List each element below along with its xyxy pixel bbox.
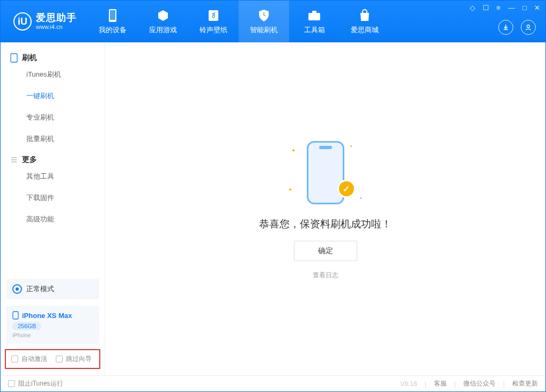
- device-card[interactable]: iPhone XS Max 256GB iPhone: [6, 306, 99, 344]
- device-icon: [10, 53, 18, 63]
- wechat-link[interactable]: 微信公众号: [463, 379, 496, 388]
- mode-icon: [12, 284, 22, 294]
- shield-icon: [257, 9, 271, 23]
- download-button[interactable]: [498, 20, 513, 35]
- checkbox-auto-activate[interactable]: 自动激活: [11, 354, 47, 364]
- main-content: ✦ • ✦ • ✓ 恭喜您，保资料刷机成功啦！ 确定 查看日志: [105, 42, 545, 375]
- toolbox-icon: [307, 9, 321, 23]
- sidebar: 刷机 iTunes刷机 一键刷机 专业刷机 批量刷机 更多 其他工具 下载固件 …: [1, 42, 105, 375]
- nav-store[interactable]: 爱思商城: [340, 1, 390, 42]
- device-name-label: iPhone XS Max: [22, 312, 72, 320]
- success-message: 恭喜您，保资料刷机成功啦！: [259, 217, 392, 231]
- sidebar-item-other-tools[interactable]: 其他工具: [1, 166, 105, 187]
- sparkle-icon: •: [350, 143, 352, 149]
- sparkle-icon: ✦: [288, 187, 292, 193]
- sidebar-item-pro-flash[interactable]: 专业刷机: [1, 107, 105, 128]
- sidebar-item-download-fw[interactable]: 下载固件: [1, 187, 105, 209]
- sidebar-group-flash: 刷机: [1, 48, 105, 64]
- sidebar-group-title: 更多: [22, 155, 37, 165]
- version-label: V8.16: [400, 380, 417, 388]
- nav-label: 智能刷机: [250, 25, 278, 35]
- window-controls: ◇ ☐ ≡ — □ ✕: [470, 4, 540, 12]
- device-storage: 256GB: [12, 322, 41, 330]
- sidebar-item-advanced[interactable]: 高级功能: [1, 209, 105, 230]
- user-button[interactable]: [521, 20, 536, 35]
- logo-icon: iU: [13, 12, 32, 31]
- view-log-link[interactable]: 查看日志: [313, 271, 338, 280]
- nav-label: 爱思商城: [351, 25, 379, 35]
- feedback-icon[interactable]: ☐: [483, 4, 489, 12]
- support-link[interactable]: 客服: [434, 379, 447, 388]
- checkbox-icon: [11, 356, 18, 363]
- svg-point-5: [527, 25, 530, 28]
- phone-icon: [106, 9, 120, 23]
- footer: 阻止iTunes运行 V8.16 | 客服 | 微信公众号 | 检查更新: [1, 375, 545, 391]
- main-nav: 我的设备 应用游戏 铃声壁纸 智能刷机 工具箱 爱思商城: [87, 1, 390, 42]
- checkbox-icon: [56, 356, 63, 363]
- tshirt-icon[interactable]: ◇: [470, 4, 475, 12]
- phone-small-icon: [12, 311, 19, 320]
- user-icon: [525, 24, 532, 31]
- sidebar-item-batch-flash[interactable]: 批量刷机: [1, 128, 105, 150]
- svg-rect-7: [13, 312, 18, 319]
- checkbox-block-itunes[interactable]: 阻止iTunes运行: [8, 379, 63, 388]
- nav-my-device[interactable]: 我的设备: [87, 1, 138, 42]
- sidebar-item-itunes-flash[interactable]: iTunes刷机: [1, 64, 105, 85]
- mode-card[interactable]: 正常模式: [6, 279, 99, 299]
- close-button[interactable]: ✕: [534, 4, 540, 12]
- menu-icon[interactable]: ≡: [497, 4, 501, 12]
- cube-icon: [156, 9, 170, 23]
- bag-icon: [358, 9, 372, 23]
- svg-rect-6: [11, 54, 17, 62]
- sidebar-item-oneclick-flash[interactable]: 一键刷机: [1, 85, 105, 107]
- phone-illustration-icon: [307, 141, 344, 204]
- checkbox-label: 阻止iTunes运行: [18, 379, 63, 388]
- mode-label: 正常模式: [26, 284, 54, 294]
- svg-rect-4: [312, 11, 316, 13]
- nav-label: 应用游戏: [149, 25, 177, 35]
- update-link[interactable]: 检查更新: [512, 379, 538, 388]
- download-icon: [502, 24, 510, 31]
- svg-rect-3: [308, 13, 320, 20]
- options-highlight: 自动激活 跳过向导: [5, 349, 100, 369]
- checkbox-skip-guide[interactable]: 跳过向导: [56, 354, 92, 364]
- check-badge-icon: ✓: [337, 180, 356, 198]
- maximize-button[interactable]: □: [522, 4, 527, 12]
- separator: |: [503, 380, 505, 388]
- success-illustration: ✦ • ✦ • ✓: [283, 138, 368, 208]
- svg-rect-1: [110, 10, 115, 20]
- list-icon: [10, 156, 18, 164]
- nav-label: 我的设备: [99, 25, 127, 35]
- separator: |: [454, 380, 456, 388]
- separator: |: [425, 380, 426, 388]
- nav-label: 铃声壁纸: [200, 25, 227, 35]
- sparkle-icon: ✦: [291, 147, 296, 153]
- nav-apps[interactable]: 应用游戏: [138, 1, 188, 42]
- app-site: www.i4.cn: [36, 24, 77, 30]
- music-icon: [206, 9, 220, 23]
- app-header: iU 爱思助手 www.i4.cn 我的设备 应用游戏 铃声壁纸 智能刷机 工具…: [1, 1, 545, 42]
- nav-ringtones[interactable]: 铃声壁纸: [188, 1, 239, 42]
- checkbox-label: 自动激活: [21, 354, 47, 364]
- sidebar-group-title: 刷机: [22, 53, 37, 63]
- device-type: iPhone: [12, 332, 93, 338]
- checkbox-icon: [8, 380, 15, 387]
- checkbox-label: 跳过向导: [66, 354, 92, 364]
- minimize-button[interactable]: —: [508, 4, 515, 12]
- app-title: 爱思助手: [36, 13, 77, 24]
- nav-label: 工具箱: [304, 25, 325, 35]
- sidebar-group-more: 更多: [1, 150, 105, 166]
- app-logo: iU 爱思助手 www.i4.cn: [13, 12, 77, 31]
- ok-button[interactable]: 确定: [294, 241, 357, 261]
- nav-flash[interactable]: 智能刷机: [239, 1, 289, 42]
- nav-toolbox[interactable]: 工具箱: [289, 1, 340, 42]
- sparkle-icon: •: [360, 195, 362, 201]
